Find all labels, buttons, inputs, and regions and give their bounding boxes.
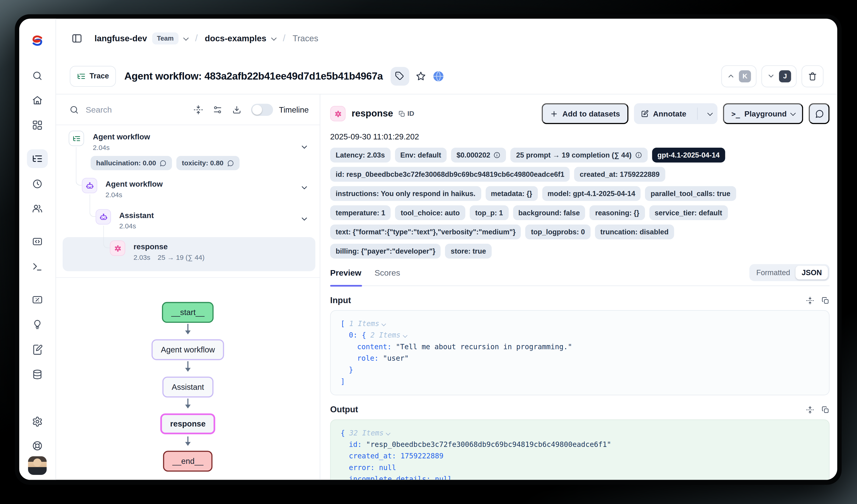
top-p-chip: top_p: 1 (470, 205, 508, 220)
tab-scores[interactable]: Scores (374, 266, 400, 277)
breadcrumb: langfuse-dev Team / docs-examples / Trac… (56, 19, 837, 58)
metadata-chip-row: billing: {"payer":"developer"} store: tr… (330, 244, 829, 259)
json-punct: } (349, 366, 353, 374)
annotate-dropdown-button[interactable] (702, 103, 718, 124)
panel-toggle-icon[interactable] (71, 33, 82, 44)
sidebar-item-users[interactable] (27, 199, 48, 218)
collapse-root-chevron-icon[interactable] (300, 143, 309, 154)
breadcrumb-separator: / (195, 33, 198, 44)
comment-bubble-icon (814, 109, 824, 118)
json-items-count[interactable]: 32 Items (349, 429, 384, 437)
playground-button[interactable]: >_ Playground (723, 103, 803, 124)
breadcrumb-page[interactable]: Traces (292, 34, 318, 44)
graph-node-response[interactable]: response (160, 413, 216, 434)
sidebar-item-sessions[interactable] (27, 174, 48, 193)
delete-trace-button[interactable] (802, 65, 824, 87)
score-chip-label: toxicity: 0.80 (182, 159, 223, 167)
user-avatar[interactable] (28, 456, 47, 475)
input-section-header: Input (330, 295, 829, 305)
tree-row-root[interactable]: Agent workflow (93, 132, 150, 141)
bookmark-star-button[interactable] (415, 71, 426, 82)
sidebar-item-search[interactable] (27, 67, 48, 85)
download-button[interactable] (232, 105, 241, 115)
breadcrumb-org[interactable]: langfuse-dev (95, 34, 147, 44)
tokens-chip[interactable]: 25 prompt → 19 completion (∑ 44) (510, 148, 648, 162)
annotate-button[interactable]: Annotate (634, 103, 693, 124)
input-json-viewer[interactable]: [ 1 Items 0: { 2 Items content: "Tell me… (330, 310, 829, 395)
sidebar-item-evaluators[interactable] (27, 291, 48, 309)
graph-node-end[interactable]: __end__ (163, 451, 213, 472)
sidebar-item-datasets[interactable] (27, 365, 48, 384)
output-label: Output (330, 405, 358, 415)
timeline-toggle[interactable] (251, 103, 273, 116)
json-string-value: "resp_0beedbcbe3c72fe30068db9c69bc94819c… (366, 440, 611, 449)
view-format-toggle: Formatted JSON (749, 264, 829, 281)
metadata-chip-row: instructions: You only respond in haikus… (330, 186, 829, 201)
sidebar-item-support[interactable] (27, 436, 48, 455)
sidebar-item-playground[interactable] (27, 258, 48, 276)
collapse-assistant-chevron-icon[interactable] (300, 215, 309, 226)
project-chevron-down-icon[interactable] (272, 36, 276, 40)
output-json-viewer[interactable]: { 32 Items id: "resp_0beedbcbe3c72fe3006… (330, 419, 829, 480)
tree-row-response-duration: 2.03s (134, 254, 150, 261)
next-trace-button[interactable]: J (761, 65, 796, 87)
graph-node-start[interactable]: __start__ (162, 302, 214, 323)
json-null-value: null (379, 464, 396, 472)
model-chip[interactable]: gpt-4.1-2025-04-14 (652, 148, 725, 162)
env-chip: Env: default (395, 148, 447, 162)
fold-vertical-icon[interactable] (806, 296, 814, 305)
trace-type-chip: Trace (70, 66, 116, 86)
score-chip-hallucination[interactable]: hallucination: 0.00 (90, 156, 172, 170)
instructions-chip: instructions: You only respond in haikus… (330, 186, 481, 201)
json-items-count[interactable]: 1 Items (349, 319, 379, 328)
score-chip-toxicity[interactable]: toxicity: 0.80 (177, 156, 239, 170)
json-option[interactable]: JSON (795, 266, 828, 279)
shortcut-keycap-k: K (739, 70, 751, 82)
trace-node-icon (69, 131, 84, 146)
search-icon (69, 105, 79, 115)
sidebar-item-dashboards[interactable] (27, 116, 48, 134)
tree-row-assistant[interactable]: Assistant (119, 211, 154, 220)
graph-node-workflow[interactable]: Agent workflow (152, 340, 224, 360)
tab-preview[interactable]: Preview (330, 266, 361, 277)
json-items-count[interactable]: 2 Items (370, 331, 400, 340)
copy-id-button[interactable]: ID (398, 110, 414, 118)
sidebar-item-home[interactable] (27, 91, 48, 110)
search-input[interactable] (86, 105, 146, 114)
content-area: Timeline Agent workflow 2.04s (56, 94, 837, 480)
detail-tabs: Preview Scores Formatted JSON (330, 266, 829, 286)
tree-settings-button[interactable] (213, 105, 222, 115)
sidebar-item-traces[interactable] (27, 149, 48, 168)
prev-trace-button[interactable]: K (721, 65, 757, 87)
collapse-all-button[interactable] (193, 105, 203, 115)
json-key: 0: (349, 331, 357, 340)
public-share-button[interactable] (432, 70, 444, 82)
sidebar-item-annotation[interactable] (27, 340, 48, 359)
tree-row-response[interactable]: response (134, 242, 168, 251)
collapse-span-chevron-icon[interactable] (300, 184, 309, 194)
id-kv-chip: id: resp_0beedbcbe3c72fe30068db9c69bc948… (330, 167, 570, 182)
chevron-down-icon (403, 333, 407, 337)
comments-button[interactable] (809, 103, 829, 124)
fold-vertical-icon[interactable] (806, 405, 814, 414)
org-chevron-down-icon[interactable] (184, 36, 188, 40)
copy-icon[interactable] (821, 405, 829, 414)
globe-icon (432, 70, 444, 82)
graph-node-assistant[interactable]: Assistant (163, 377, 213, 397)
cost-chip[interactable]: $0.000202 (451, 148, 506, 162)
tree-row-span[interactable]: Agent workflow (105, 179, 163, 188)
breadcrumb-project[interactable]: docs-examples (205, 34, 266, 44)
copy-icon[interactable] (821, 296, 829, 305)
sidebar-item-settings[interactable] (27, 412, 48, 431)
sidebar-item-insights[interactable] (27, 315, 48, 334)
formatted-option[interactable]: Formatted (751, 266, 795, 279)
top-logprobs-chip: top_logprobs: 0 (525, 225, 590, 239)
trace-tree: Agent workflow 2.04s hallucination: 0.00… (56, 125, 320, 277)
sidebar-item-prompts[interactable] (27, 232, 48, 251)
parallel-tool-calls-chip: parallel_tool_calls: true (645, 186, 736, 201)
tree-row-response-tokens: 25 → 19 (∑ 44) (157, 254, 204, 261)
tag-button[interactable] (391, 67, 409, 85)
toggle-knob (252, 105, 262, 115)
chevron-down-icon (386, 431, 390, 435)
add-to-datasets-button[interactable]: Add to datasets (542, 103, 628, 124)
